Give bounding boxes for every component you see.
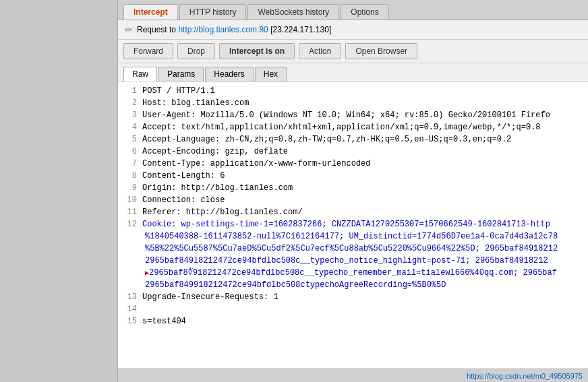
line-number: 13 <box>121 291 137 303</box>
line-content: %5B%22%5Cu5587%5Cu7aeD%5Cu5df2%5Cu7ecf%5… <box>142 243 558 255</box>
table-row: 1POST / HTTP/1.1 <box>118 85 588 97</box>
drop-button[interactable]: Drop <box>177 43 215 59</box>
sub-tab-params[interactable]: Params <box>158 67 204 82</box>
line-number: 15 <box>121 315 137 327</box>
sub-tab-hex[interactable]: Hex <box>255 67 287 82</box>
forward-button[interactable]: Forward <box>123 43 173 59</box>
table-row: %5B%22%5Cu5587%5Cu7aeD%5Cu5df2%5Cu7ecf%5… <box>118 243 588 255</box>
action-bar: Forward Drop Intercept is on Action Open… <box>118 40 588 63</box>
line-content: Connection: close <box>142 194 225 206</box>
line-content: Content-Type: application/x-www-form-url… <box>142 158 370 170</box>
table-row: ▶2965baf8∜918212472ce94bfdlbc508c__typec… <box>118 267 588 279</box>
tab-bar: Intercept HTTP history WebSockets histor… <box>118 0 588 20</box>
line-content: Host: blog.tianles.com <box>142 97 249 109</box>
line-content: ▶2965baf8∜918212472ce94bfdlbc508c__typec… <box>142 267 557 279</box>
line-number: 14 <box>121 303 137 315</box>
sub-tab-raw[interactable]: Raw <box>123 67 157 82</box>
action-button[interactable]: Action <box>299 43 341 59</box>
sidebar <box>0 0 118 382</box>
table-row: 2965baf849918212472ce94bfdlbc508ctypecho… <box>118 279 588 291</box>
line-number: 10 <box>121 194 137 206</box>
line-number: 11 <box>121 206 137 218</box>
line-number: 7 <box>121 158 137 170</box>
line-content: POST / HTTP/1.1 <box>142 85 215 97</box>
line-content: s=test404 <box>142 315 186 327</box>
table-row: 5Accept-Language: zh-CN,zh;q=0.8,zh-TW;q… <box>118 133 588 146</box>
table-row: 7Content-Type: application/x-www-form-ur… <box>118 158 588 170</box>
line-content: 2965baf849l8212472ce94bfdlbc508c__typech… <box>142 255 548 267</box>
request-info-bar: ✏ Request to http://blog.tianles.com:80 … <box>118 20 588 40</box>
line-number: 5 <box>121 133 137 146</box>
table-row: 8Content-Length: 6 <box>118 170 588 182</box>
line-content: Origin: http://blog.tianles.com <box>142 182 293 194</box>
main-panel: Intercept HTTP history WebSockets histor… <box>118 0 588 382</box>
line-content: Referer: http://blog.tianles.com/ <box>142 206 303 218</box>
table-row: 3User-Agent: Mozilla/5.0 (Windows NT 10.… <box>118 109 588 121</box>
line-number: 12 <box>121 218 137 230</box>
cursor-arrow-icon: ▶ <box>145 268 149 278</box>
request-url: Request to http://blog.tianles.com:80 [2… <box>137 25 331 34</box>
table-row: 15s=test404 <box>118 315 588 327</box>
table-row: 6Accept-Encoding: gzip, deflate <box>118 146 588 158</box>
tab-intercept[interactable]: Intercept <box>123 4 178 20</box>
line-number: 6 <box>121 146 137 158</box>
line-content: 2965baf849918212472ce94bfdlbc508ctypecho… <box>142 279 446 291</box>
table-row: 4Accept: text/html,application/xhtml+xml… <box>118 121 588 133</box>
line-content: Content-Length: 6 <box>142 170 225 182</box>
table-row: 2Host: blog.tianles.com <box>118 97 588 109</box>
line-number: 3 <box>121 109 137 121</box>
line-content: User-Agent: Mozilla/5.0 (Windows NT 10.0… <box>142 109 550 121</box>
open-browser-button[interactable]: Open Browser <box>345 43 417 59</box>
tab-websockets-history[interactable]: WebSockets history <box>247 4 339 20</box>
line-number: 4 <box>121 121 137 133</box>
line-content: Accept-Language: zh-CN,zh;q=0.8,zh-TW;q=… <box>142 133 511 146</box>
line-content: Upgrade-Insecure-Requests: 1 <box>142 291 278 303</box>
tab-options[interactable]: Options <box>341 4 388 20</box>
tab-http-history[interactable]: HTTP history <box>179 4 247 20</box>
pencil-icon: ✏ <box>125 24 133 35</box>
sub-tab-bar: Raw Params Headers Hex <box>118 63 588 82</box>
table-row: 12Cookie: wp-settings-time-1=1602837266;… <box>118 218 588 230</box>
line-number: 9 <box>121 182 137 194</box>
table-row: 9Origin: http://blog.tianles.com <box>118 182 588 194</box>
table-row: 11Referer: http://blog.tianles.com/ <box>118 206 588 218</box>
table-row: 2965baf849l8212472ce94bfdlbc508c__typech… <box>118 255 588 267</box>
intercept-is-on-button[interactable]: Intercept is on <box>219 43 295 59</box>
line-number: 1 <box>121 85 137 97</box>
table-row: 14 <box>118 303 588 315</box>
request-url-link[interactable]: http://blog.tianles.com:80 <box>178 25 268 34</box>
line-content: Cookie: wp-settings-time-1=1602837266; C… <box>142 218 550 230</box>
line-number: 8 <box>121 170 137 182</box>
table-row: 13Upgrade-Insecure-Requests: 1 <box>118 291 588 303</box>
status-url: https://blog.csdn.net/m0_49505975 <box>467 372 583 380</box>
table-row: %1840540388-1611473852-null%7C1612164177… <box>118 230 588 243</box>
content-area[interactable]: 1POST / HTTP/1.12Host: blog.tianles.com3… <box>118 82 588 369</box>
line-number: 2 <box>121 97 137 109</box>
status-bar: https://blog.csdn.net/m0_49505975 <box>118 369 588 382</box>
sub-tab-headers[interactable]: Headers <box>205 67 253 82</box>
table-row: 10Connection: close <box>118 194 588 206</box>
line-content: %1840540388-1611473852-null%7C1612164177… <box>142 230 558 243</box>
line-content: Accept: text/html,application/xhtml+xml,… <box>142 121 541 133</box>
line-content: Accept-Encoding: gzip, deflate <box>142 146 288 158</box>
